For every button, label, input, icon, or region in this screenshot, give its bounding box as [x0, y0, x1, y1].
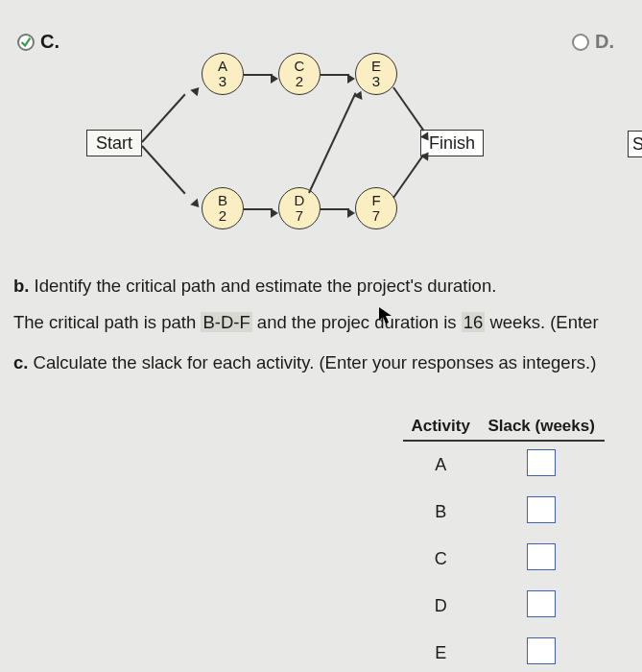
table-header-slack: Slack (weeks) — [478, 413, 605, 441]
edge-d-e — [308, 92, 356, 193]
start-node: Start — [86, 130, 142, 156]
node-f-dur: 7 — [372, 208, 380, 224]
question-c-text: Calculate the slack for each activity. (… — [34, 352, 597, 372]
arrowhead-icon — [190, 84, 202, 97]
node-c-dur: 2 — [296, 74, 303, 89]
edge-c-e — [321, 74, 349, 76]
node-b: B 2 — [202, 187, 244, 229]
node-a-dur: 3 — [219, 74, 226, 89]
activity-cell: B — [403, 489, 478, 536]
partial-start-box: St — [628, 131, 642, 157]
slack-input-a[interactable] — [527, 449, 556, 476]
table-row: C — [403, 536, 605, 583]
question-c-prefix: c. — [13, 352, 28, 372]
option-c-label: C. — [40, 31, 59, 53]
node-b-name: B — [218, 193, 227, 208]
edge-f-finish — [392, 154, 424, 198]
arrowhead-icon — [271, 208, 278, 218]
node-c: C 2 — [278, 53, 321, 95]
edge-start-a — [141, 94, 185, 143]
option-d[interactable]: D. — [572, 31, 614, 53]
node-f-name: F — [371, 193, 380, 208]
question-b: b. Identify the critical path and estima… — [13, 269, 642, 302]
answer-b-mid: and the projec duration is — [252, 312, 462, 332]
activity-cell: D — [403, 583, 478, 630]
network-diagram: Start Finish A 3 C 2 E 3 B 2 D 7 F 7 — [86, 53, 566, 245]
table-row: E — [403, 630, 605, 672]
node-a: A 3 — [202, 53, 244, 95]
activity-cell: C — [403, 536, 478, 583]
arrowhead-icon — [347, 208, 355, 218]
slack-table: Activity Slack (weeks) A B C D E — [403, 413, 605, 672]
node-e: E 3 — [355, 53, 397, 95]
question-b-prefix: b. — [13, 276, 29, 296]
option-c[interactable]: C. — [17, 31, 59, 53]
option-d-label: D. — [595, 31, 614, 53]
node-a-name: A — [218, 59, 227, 74]
edge-d-f — [321, 208, 349, 210]
node-b-dur: 2 — [219, 208, 226, 224]
slack-input-d[interactable] — [527, 590, 556, 617]
node-d: D 7 — [278, 187, 321, 229]
edge-b-d — [244, 208, 273, 210]
node-c-name: C — [295, 59, 305, 74]
node-d-dur: 7 — [296, 208, 303, 224]
answer-b-post: weeks. (Enter — [485, 312, 598, 332]
slack-input-c[interactable] — [527, 543, 556, 570]
node-e-name: E — [371, 59, 381, 74]
table-row: B — [403, 489, 605, 536]
answer-b-path: B-D-F — [201, 312, 251, 332]
table-header-activity: Activity — [403, 413, 478, 441]
slack-input-b[interactable] — [527, 496, 556, 523]
node-f: F 7 — [355, 187, 397, 229]
activity-cell: E — [403, 630, 478, 672]
slack-input-e[interactable] — [527, 637, 556, 664]
radio-unchecked-icon — [572, 34, 589, 51]
table-row: A — [403, 441, 605, 489]
table-row: D — [403, 583, 605, 630]
answer-b-line: The critical path is path B-D-F and the … — [13, 305, 642, 339]
answer-b-pre: The critical path is path — [13, 312, 201, 332]
radio-checked-icon — [17, 34, 35, 51]
arrowhead-icon — [271, 74, 278, 84]
question-c: c. Calculate the slack for each activity… — [13, 346, 642, 379]
edge-e-finish — [392, 86, 424, 131]
node-d-name: D — [295, 193, 305, 208]
answer-b-duration: 16 — [462, 312, 486, 332]
node-e-dur: 3 — [372, 74, 380, 89]
activity-cell: A — [403, 441, 478, 489]
question-b-text: Identify the critical path and estimate … — [35, 276, 497, 296]
edge-start-b — [141, 145, 185, 194]
edge-a-c — [244, 74, 273, 76]
arrowhead-icon — [347, 74, 355, 84]
